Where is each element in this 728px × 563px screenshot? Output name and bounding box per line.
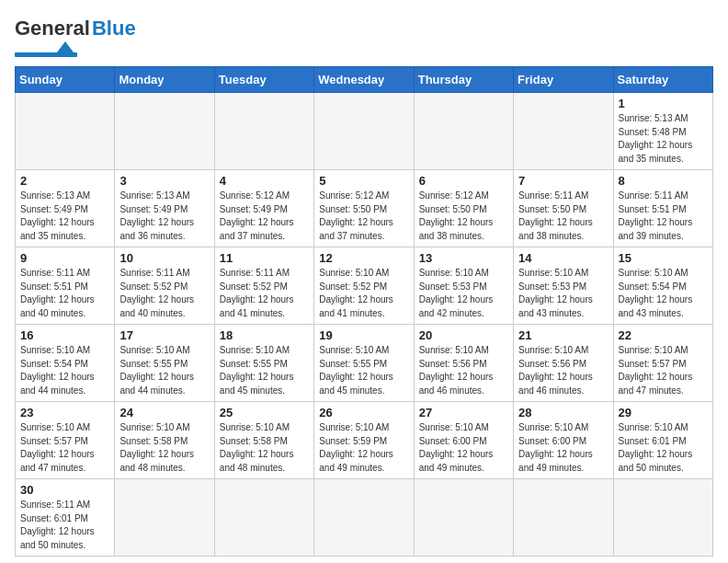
- day-number: 14: [518, 251, 608, 265]
- calendar-cell: 21Sunrise: 5:10 AM Sunset: 5:56 PM Dayli…: [514, 325, 613, 402]
- day-number: 4: [220, 174, 309, 188]
- day-info: Sunrise: 5:11 AM Sunset: 6:01 PM Dayligh…: [20, 499, 109, 552]
- day-info: Sunrise: 5:10 AM Sunset: 5:58 PM Dayligh…: [220, 421, 309, 475]
- day-number: 21: [518, 328, 608, 342]
- day-info: Sunrise: 5:11 AM Sunset: 5:52 PM Dayligh…: [220, 267, 309, 320]
- calendar-cell: [16, 93, 115, 170]
- day-info: Sunrise: 5:10 AM Sunset: 5:58 PM Dayligh…: [119, 421, 209, 475]
- day-info: Sunrise: 5:11 AM Sunset: 5:52 PM Dayligh…: [119, 267, 209, 320]
- calendar-cell: 10Sunrise: 5:11 AM Sunset: 5:52 PM Dayli…: [115, 247, 214, 325]
- day-number: 30: [20, 483, 109, 497]
- day-number: 8: [619, 174, 708, 188]
- day-info: Sunrise: 5:10 AM Sunset: 6:00 PM Dayligh…: [518, 421, 608, 475]
- calendar-cell: 7Sunrise: 5:11 AM Sunset: 5:50 PM Daylig…: [514, 170, 613, 247]
- day-info: Sunrise: 5:13 AM Sunset: 5:49 PM Dayligh…: [20, 190, 109, 243]
- day-number: 26: [319, 406, 408, 419]
- day-number: 19: [319, 328, 408, 342]
- weekday-header-thursday: Thursday: [414, 67, 513, 93]
- calendar-cell: 20Sunrise: 5:10 AM Sunset: 5:56 PM Dayli…: [414, 325, 513, 402]
- day-number: 22: [619, 328, 708, 342]
- calendar-cell: [214, 479, 313, 557]
- day-info: Sunrise: 5:13 AM Sunset: 5:49 PM Dayligh…: [119, 190, 209, 243]
- calendar-cell: 24Sunrise: 5:10 AM Sunset: 5:58 PM Dayli…: [115, 402, 214, 479]
- calendar-week-row: 30Sunrise: 5:11 AM Sunset: 6:01 PM Dayli…: [16, 479, 713, 557]
- calendar-cell: 6Sunrise: 5:12 AM Sunset: 5:50 PM Daylig…: [414, 170, 513, 247]
- day-info: Sunrise: 5:11 AM Sunset: 5:50 PM Dayligh…: [518, 190, 608, 243]
- calendar-cell: [314, 479, 414, 557]
- weekday-header-saturday: Saturday: [613, 67, 712, 93]
- day-info: Sunrise: 5:10 AM Sunset: 5:57 PM Dayligh…: [20, 421, 109, 475]
- calendar-cell: 8Sunrise: 5:11 AM Sunset: 5:51 PM Daylig…: [613, 170, 712, 247]
- calendar-cell: 14Sunrise: 5:10 AM Sunset: 5:53 PM Dayli…: [514, 247, 613, 325]
- weekday-header-sunday: Sunday: [16, 67, 115, 93]
- day-number: 9: [20, 251, 109, 265]
- day-info: Sunrise: 5:10 AM Sunset: 5:56 PM Dayligh…: [518, 344, 608, 397]
- day-info: Sunrise: 5:10 AM Sunset: 6:00 PM Dayligh…: [419, 421, 508, 475]
- calendar-cell: [314, 93, 414, 170]
- day-number: 11: [220, 251, 309, 265]
- day-info: Sunrise: 5:10 AM Sunset: 5:54 PM Dayligh…: [20, 344, 109, 397]
- weekday-header-row: SundayMondayTuesdayWednesdayThursdayFrid…: [16, 67, 713, 93]
- day-number: 16: [20, 328, 109, 342]
- calendar-cell: 1Sunrise: 5:13 AM Sunset: 5:48 PM Daylig…: [613, 93, 712, 170]
- day-number: 6: [419, 174, 508, 188]
- day-number: 12: [319, 251, 408, 265]
- calendar-cell: 19Sunrise: 5:10 AM Sunset: 5:55 PM Dayli…: [314, 325, 414, 402]
- calendar-week-row: 2Sunrise: 5:13 AM Sunset: 5:49 PM Daylig…: [16, 170, 713, 247]
- calendar-cell: 23Sunrise: 5:10 AM Sunset: 5:57 PM Dayli…: [16, 402, 115, 479]
- day-info: Sunrise: 5:10 AM Sunset: 5:59 PM Dayligh…: [319, 421, 408, 475]
- header-area: General Blue: [15, 15, 713, 57]
- day-info: Sunrise: 5:12 AM Sunset: 5:50 PM Dayligh…: [319, 190, 408, 243]
- weekday-header-monday: Monday: [115, 67, 214, 93]
- calendar-cell: 29Sunrise: 5:10 AM Sunset: 6:01 PM Dayli…: [613, 402, 712, 479]
- logo: General Blue: [15, 15, 136, 57]
- day-number: 20: [419, 328, 508, 342]
- day-number: 23: [20, 406, 109, 419]
- day-info: Sunrise: 5:10 AM Sunset: 5:56 PM Dayligh…: [419, 344, 508, 397]
- day-info: Sunrise: 5:10 AM Sunset: 5:55 PM Dayligh…: [119, 344, 209, 397]
- calendar: SundayMondayTuesdayWednesdayThursdayFrid…: [15, 66, 713, 557]
- day-info: Sunrise: 5:10 AM Sunset: 5:53 PM Dayligh…: [419, 267, 508, 320]
- day-number: 1: [619, 97, 708, 110]
- day-info: Sunrise: 5:10 AM Sunset: 5:52 PM Dayligh…: [319, 267, 408, 320]
- logo-text-blue: Blue: [92, 18, 136, 39]
- calendar-cell: 12Sunrise: 5:10 AM Sunset: 5:52 PM Dayli…: [314, 247, 414, 325]
- day-number: 25: [220, 406, 309, 419]
- weekday-header-friday: Friday: [514, 67, 613, 93]
- calendar-cell: [514, 479, 613, 557]
- calendar-cell: 5Sunrise: 5:12 AM Sunset: 5:50 PM Daylig…: [314, 170, 414, 247]
- logo-triangle: [57, 41, 74, 52]
- day-number: 7: [518, 174, 608, 188]
- calendar-cell: 3Sunrise: 5:13 AM Sunset: 5:49 PM Daylig…: [115, 170, 214, 247]
- day-number: 15: [619, 251, 708, 265]
- day-number: 13: [419, 251, 508, 265]
- calendar-cell: [214, 93, 313, 170]
- calendar-cell: 18Sunrise: 5:10 AM Sunset: 5:55 PM Dayli…: [214, 325, 313, 402]
- day-number: 28: [518, 406, 608, 419]
- day-number: 2: [20, 174, 109, 188]
- day-number: 5: [319, 174, 408, 188]
- calendar-week-row: 23Sunrise: 5:10 AM Sunset: 5:57 PM Dayli…: [16, 402, 713, 479]
- day-info: Sunrise: 5:10 AM Sunset: 5:57 PM Dayligh…: [619, 344, 708, 397]
- calendar-cell: [414, 93, 513, 170]
- calendar-cell: [115, 93, 214, 170]
- day-info: Sunrise: 5:10 AM Sunset: 5:55 PM Dayligh…: [220, 344, 309, 397]
- calendar-week-row: 9Sunrise: 5:11 AM Sunset: 5:51 PM Daylig…: [16, 247, 713, 325]
- calendar-week-row: 16Sunrise: 5:10 AM Sunset: 5:54 PM Dayli…: [16, 325, 713, 402]
- calendar-cell: 9Sunrise: 5:11 AM Sunset: 5:51 PM Daylig…: [16, 247, 115, 325]
- calendar-cell: 17Sunrise: 5:10 AM Sunset: 5:55 PM Dayli…: [115, 325, 214, 402]
- day-number: 17: [119, 328, 209, 342]
- day-info: Sunrise: 5:10 AM Sunset: 5:54 PM Dayligh…: [619, 267, 708, 320]
- weekday-header-tuesday: Tuesday: [214, 67, 313, 93]
- day-info: Sunrise: 5:10 AM Sunset: 5:55 PM Dayligh…: [319, 344, 408, 397]
- day-number: 27: [419, 406, 508, 419]
- calendar-cell: 11Sunrise: 5:11 AM Sunset: 5:52 PM Dayli…: [214, 247, 313, 325]
- calendar-cell: 2Sunrise: 5:13 AM Sunset: 5:49 PM Daylig…: [16, 170, 115, 247]
- calendar-cell: [514, 93, 613, 170]
- calendar-cell: 16Sunrise: 5:10 AM Sunset: 5:54 PM Dayli…: [16, 325, 115, 402]
- day-info: Sunrise: 5:11 AM Sunset: 5:51 PM Dayligh…: [20, 267, 109, 320]
- calendar-cell: [414, 479, 513, 557]
- calendar-cell: 27Sunrise: 5:10 AM Sunset: 6:00 PM Dayli…: [414, 402, 513, 479]
- calendar-cell: [613, 479, 712, 557]
- logo-text-general: General: [15, 18, 90, 39]
